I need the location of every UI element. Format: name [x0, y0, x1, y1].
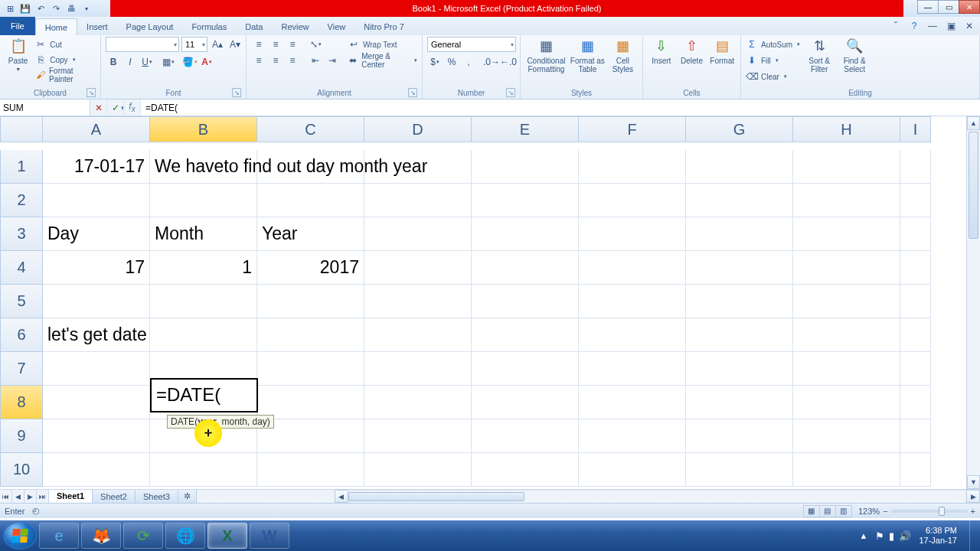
tab-data[interactable]: Data — [236, 18, 272, 35]
sheet-tab-3[interactable]: Sheet3 — [136, 490, 178, 503]
format-cells-button[interactable]: ▤Format — [708, 37, 736, 65]
page-layout-view-icon[interactable]: ▤ — [819, 505, 836, 517]
insert-cells-button[interactable]: ⇩Insert — [648, 37, 675, 65]
zoom-out-icon[interactable]: − — [883, 507, 887, 516]
formula-input[interactable] — [141, 99, 980, 116]
spreadsheet-area[interactable]: A B C D E F G H I 1 17-01-17 We haveto f… — [0, 116, 980, 489]
col-header-E[interactable]: E — [472, 116, 579, 142]
tab-file[interactable]: File — [0, 17, 35, 35]
taskbar-refresh[interactable]: ⟳ — [123, 523, 163, 549]
row-header-9[interactable]: 9 — [0, 419, 43, 453]
save-icon[interactable]: 💾 — [18, 2, 32, 15]
conditional-formatting-button[interactable]: ▦Conditional Formatting — [525, 37, 567, 73]
page-break-view-icon[interactable]: ▥ — [835, 505, 852, 517]
underline-button[interactable]: U — [139, 54, 155, 70]
row-header-7[interactable]: 7 — [0, 352, 43, 386]
format-painter-button[interactable]: 🖌Format Painter — [34, 67, 96, 83]
alignment-launcher[interactable]: ↘ — [408, 88, 417, 97]
tab-page-layout[interactable]: Page Layout — [117, 18, 183, 35]
col-header-A[interactable]: A — [43, 116, 150, 142]
enter-icon[interactable]: ✓ — [107, 99, 124, 116]
grow-font-icon[interactable]: A▴ — [210, 37, 225, 52]
sheet-nav-first-icon[interactable]: ⏮ — [0, 490, 12, 503]
scroll-down-icon[interactable]: ▼ — [967, 475, 980, 489]
cell-G1[interactable] — [686, 150, 793, 184]
cell-A6[interactable]: let's get date — [43, 318, 150, 352]
tab-insert[interactable]: Insert — [77, 18, 117, 35]
horizontal-scrollbar[interactable]: ◀ ▶ — [335, 490, 980, 503]
scroll-right-icon[interactable]: ▶ — [966, 490, 980, 503]
sheet-nav-next-icon[interactable]: ▶ — [24, 490, 37, 503]
undo-icon[interactable]: ↶ — [34, 2, 47, 15]
clock[interactable]: 6:38 PM 17-Jan-17 — [919, 526, 957, 545]
col-header-G[interactable]: G — [686, 116, 793, 142]
align-bottom-icon[interactable]: ≡ — [285, 37, 300, 52]
cell-E1[interactable] — [472, 150, 579, 184]
align-center-icon[interactable]: ≡ — [268, 53, 283, 68]
taskbar-ie[interactable]: e — [39, 523, 79, 549]
cell-styles-button[interactable]: ▦Cell Styles — [608, 37, 638, 73]
action-center-icon[interactable]: ⚑ — [875, 530, 884, 542]
start-button[interactable] — [3, 522, 37, 549]
close-button[interactable]: ✕ — [959, 0, 980, 14]
cell-A3[interactable]: Day — [43, 217, 150, 251]
number-launcher[interactable]: ↘ — [506, 88, 515, 97]
maximize-button[interactable]: ▭ — [938, 0, 959, 14]
ribbon-restore-icon[interactable]: ▣ — [945, 20, 957, 32]
col-header-H[interactable]: H — [793, 116, 900, 142]
cell-A4[interactable]: 17 — [43, 251, 150, 285]
bold-button[interactable]: B — [106, 54, 121, 70]
select-all-corner[interactable] — [0, 116, 43, 142]
font-name-combo[interactable] — [106, 37, 179, 52]
currency-icon[interactable]: $ — [427, 54, 443, 70]
sheet-nav-last-icon[interactable]: ⏭ — [37, 490, 49, 503]
number-format-combo[interactable]: General — [427, 37, 516, 52]
ribbon-close-icon[interactable]: ✕ — [963, 20, 975, 32]
col-header-D[interactable]: D — [364, 116, 472, 142]
show-desktop-button[interactable] — [969, 520, 977, 551]
col-header-I[interactable]: I — [900, 116, 931, 142]
row-header-1[interactable]: 1 — [0, 150, 43, 184]
align-right-icon[interactable]: ≡ — [285, 53, 300, 68]
paste-button[interactable]: 📋 Paste ▼ — [5, 37, 31, 72]
increase-decimal-icon[interactable]: .0→ — [484, 54, 499, 70]
new-sheet-button[interactable]: ✲ — [178, 490, 197, 503]
indent-dec-icon[interactable]: ⇤ — [308, 53, 323, 68]
merge-center-button[interactable]: ⬌Merge & Center▾ — [348, 53, 417, 68]
cell-B1[interactable]: We haveto find out day month year — [150, 150, 257, 184]
scroll-left-icon[interactable]: ◀ — [335, 490, 348, 503]
col-header-C[interactable]: C — [257, 116, 364, 142]
scroll-up-icon[interactable]: ▲ — [967, 116, 980, 130]
orientation-icon[interactable]: ⤡ — [308, 37, 323, 52]
sheet-nav-prev-icon[interactable]: ◀ — [12, 490, 24, 503]
cell-A1[interactable]: 17-01-17 — [43, 150, 150, 184]
cancel-icon[interactable]: ✕ — [90, 99, 107, 116]
row-header-8[interactable]: 8 — [0, 386, 43, 419]
cut-button[interactable]: ✂Cut — [34, 37, 96, 52]
align-left-icon[interactable]: ≡ — [251, 53, 266, 68]
cell-B3[interactable]: Month — [150, 217, 257, 251]
font-launcher[interactable]: ↘ — [232, 88, 241, 97]
tab-review[interactable]: Review — [272, 18, 318, 35]
zoom-in-icon[interactable]: + — [971, 507, 975, 516]
help-icon[interactable]: ? — [908, 20, 920, 32]
minimize-button[interactable]: — — [917, 0, 939, 14]
tray-expand-icon[interactable]: ▲ — [860, 531, 868, 540]
align-middle-icon[interactable]: ≡ — [268, 37, 283, 52]
percent-icon[interactable]: % — [444, 54, 459, 70]
find-select-button[interactable]: 🔍Find & Select — [838, 37, 871, 73]
ribbon-min-icon[interactable]: — — [926, 20, 939, 32]
row-header-4[interactable]: 4 — [0, 251, 43, 285]
cell-C4[interactable]: 2017 — [257, 251, 364, 285]
zoom-slider[interactable] — [891, 510, 968, 513]
redo-icon[interactable]: ↷ — [49, 2, 63, 15]
volume-icon[interactable]: 🔊 — [899, 530, 911, 542]
macro-record-icon[interactable]: ◴ — [32, 506, 40, 516]
font-color-button[interactable]: A — [199, 54, 214, 70]
fx-icon[interactable]: fx — [124, 99, 141, 116]
normal-view-icon[interactable]: ▦ — [803, 505, 820, 517]
align-top-icon[interactable]: ≡ — [251, 37, 266, 52]
minimize-ribbon-icon[interactable]: ˇ — [890, 20, 902, 32]
italic-button[interactable]: I — [122, 54, 138, 70]
row-header-5[interactable]: 5 — [0, 285, 43, 318]
